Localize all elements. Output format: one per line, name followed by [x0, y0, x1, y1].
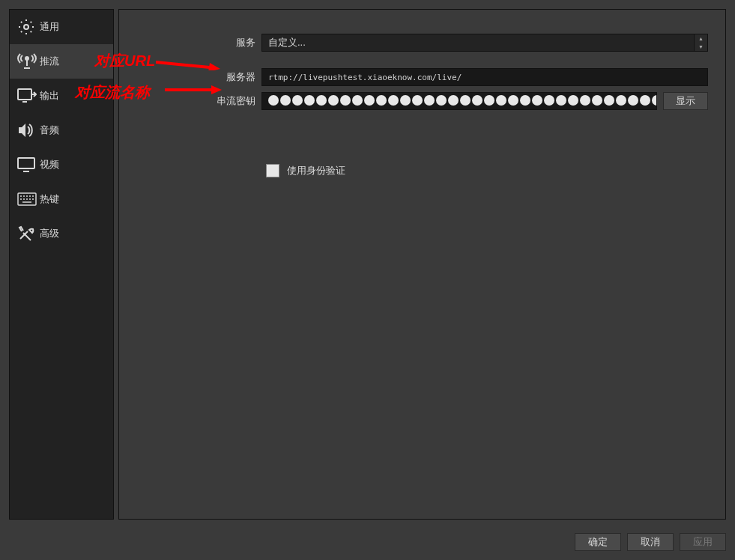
- sidebar-item-label: 推流: [40, 55, 59, 68]
- monitor-icon: [17, 156, 40, 174]
- streamkey-mask: [268, 95, 657, 108]
- sidebar-item-label: 输出: [40, 89, 59, 103]
- service-label: 服务: [119, 36, 261, 49]
- sidebar-item-advanced[interactable]: 高级: [10, 216, 113, 251]
- cancel-button[interactable]: 取消: [627, 533, 674, 551]
- auth-checkbox[interactable]: [266, 164, 279, 177]
- sidebar-item-video[interactable]: 视频: [10, 147, 113, 182]
- sidebar-item-stream[interactable]: 推流: [10, 44, 113, 79]
- sidebar-item-label: 音频: [40, 124, 59, 137]
- ok-button[interactable]: 确定: [575, 533, 621, 551]
- dialog-buttons: 确定 取消 应用: [575, 533, 726, 551]
- broadcast-icon: [17, 52, 40, 70]
- streamkey-label: 串流密钥: [119, 94, 261, 108]
- sidebar-item-label: 通用: [40, 20, 59, 34]
- sidebar-item-hotkeys[interactable]: 热键: [10, 182, 113, 216]
- output-icon: [17, 87, 40, 105]
- keyboard-icon: [17, 190, 40, 208]
- sidebar-item-label: 视频: [40, 158, 59, 171]
- speaker-icon: [17, 121, 40, 139]
- chevron-up-icon: ▲: [695, 34, 707, 43]
- svg-rect-3: [18, 158, 34, 168]
- server-input[interactable]: rtmp://livepushtest.xiaoeknow.com/live/: [261, 68, 708, 86]
- sidebar-item-label: 高级: [40, 227, 59, 240]
- gear-icon: [17, 18, 40, 36]
- show-button[interactable]: 显示: [663, 92, 708, 110]
- svg-point-1: [25, 57, 28, 60]
- select-spinner[interactable]: ▲ ▼: [694, 34, 707, 51]
- tools-icon: [17, 225, 40, 243]
- svg-rect-2: [18, 89, 31, 100]
- server-label: 服务器: [119, 70, 261, 84]
- streamkey-input[interactable]: [261, 92, 657, 110]
- service-select[interactable]: 自定义... ▲ ▼: [261, 34, 708, 52]
- sidebar-item-audio[interactable]: 音频: [10, 113, 113, 147]
- chevron-down-icon: ▼: [695, 43, 707, 51]
- service-value: 自定义...: [268, 36, 306, 49]
- settings-panel: 服务 自定义... ▲ ▼ 服务器 rtmp://livepushtest.xi…: [118, 9, 726, 520]
- server-value: rtmp://livepushtest.xiaoeknow.com/live/: [268, 73, 462, 82]
- sidebar-item-output[interactable]: 输出: [10, 79, 113, 113]
- apply-button[interactable]: 应用: [680, 533, 726, 551]
- settings-sidebar: 通用 推流 输出 音频 视频 热键 高级: [9, 9, 114, 520]
- auth-label: 使用身份验证: [287, 164, 345, 177]
- sidebar-item-general[interactable]: 通用: [10, 10, 113, 44]
- svg-point-0: [24, 25, 28, 29]
- sidebar-item-label: 热键: [40, 192, 59, 206]
